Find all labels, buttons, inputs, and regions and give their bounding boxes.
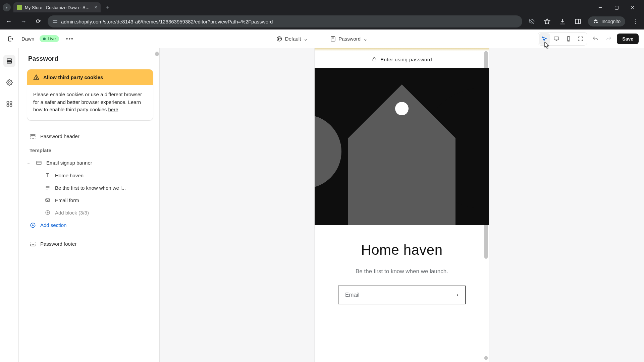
minimize-button[interactable]: ─ <box>596 3 605 12</box>
rail-settings-button[interactable] <box>3 76 15 88</box>
enter-password-bar: Enter using password <box>315 51 489 68</box>
enter-password-link[interactable]: Enter using password <box>380 57 432 62</box>
side-panel-icon[interactable] <box>573 16 583 27</box>
svg-point-8 <box>278 38 279 38</box>
tree-add-section[interactable]: Add section <box>27 219 153 232</box>
chrome-menu-icon[interactable]: ⋮ <box>630 16 641 27</box>
chevron-down-icon[interactable]: ⌄ <box>27 161 32 165</box>
preview-scrollbar-bottom[interactable] <box>484 356 488 360</box>
page-icon <box>330 36 336 42</box>
rail-apps-button[interactable] <box>3 98 15 110</box>
tree-template-heading: Template <box>27 143 153 157</box>
mobile-preview-frame[interactable]: Enter using password Home haven Be the f… <box>315 48 489 362</box>
desktop-preview-button[interactable] <box>551 33 562 45</box>
hero-title: Home haven <box>315 242 489 258</box>
url-text: admin.shopify.com/store/de8143-a6/themes… <box>61 19 273 24</box>
address-bar: ← → ⟳ admin.shopify.com/store/de8143-a6/… <box>0 13 644 29</box>
svg-rect-0 <box>53 20 55 21</box>
svg-rect-21 <box>7 62 11 63</box>
undo-button[interactable] <box>590 34 601 44</box>
chevron-down-icon: ⌄ <box>304 36 308 42</box>
tree-password-footer[interactable]: Password footer <box>27 238 153 250</box>
cookies-alert: Allow third party cookies Please enable … <box>27 69 153 121</box>
alert-here-link[interactable]: here <box>108 107 118 112</box>
tab-title: My Store · Customize Dawn · S… <box>25 5 92 10</box>
forward-button: → <box>18 16 29 27</box>
more-actions-button[interactable]: ••• <box>64 34 75 44</box>
svg-rect-5 <box>576 19 581 23</box>
svg-rect-3 <box>55 22 57 23</box>
svg-rect-20 <box>7 61 11 62</box>
hero-subtitle: Be the first to know when we launch. <box>315 268 489 275</box>
tree-email-form-block[interactable]: Email form <box>27 194 153 206</box>
tree-label: Add section <box>40 222 66 228</box>
svg-point-10 <box>278 39 279 40</box>
incognito-label: Incognito <box>601 19 621 24</box>
reload-button[interactable]: ⟳ <box>33 16 44 27</box>
svg-rect-26 <box>10 105 12 107</box>
site-settings-icon[interactable] <box>52 19 58 24</box>
close-tab-icon[interactable]: × <box>94 4 97 10</box>
right-controls: Save <box>538 32 639 46</box>
footer-section-icon <box>30 241 36 247</box>
banner-section-icon <box>36 160 42 166</box>
email-signup-form: Email → <box>338 286 466 304</box>
preview-top-sliver <box>315 48 489 51</box>
paint-icon <box>276 36 282 42</box>
alert-body: Please enable cookies or use a different… <box>27 85 153 120</box>
lock-icon <box>372 57 377 62</box>
page-dropdown[interactable]: Password ⌄ <box>326 34 372 44</box>
new-tab-button[interactable]: + <box>103 3 112 12</box>
center-controls: Default ⌄ Password ⌄ <box>272 34 372 44</box>
bookmark-star-icon[interactable] <box>542 16 552 27</box>
browser-tab[interactable]: My Store · Customize Dawn · S… × <box>13 2 101 12</box>
tree-add-block: Add block (3/3) <box>27 206 153 219</box>
save-button[interactable]: Save <box>617 34 639 44</box>
fullscreen-preview-button[interactable] <box>575 33 586 45</box>
eye-off-icon[interactable] <box>526 16 537 27</box>
alert-heading: Allow third party cookies <box>43 74 103 80</box>
style-dropdown[interactable]: Default ⌄ <box>272 34 312 44</box>
theme-name: Dawn <box>21 36 34 42</box>
editor-top-bar: Dawn Live ••• Default ⌄ Password ⌄ <box>0 29 644 48</box>
tree-label: Email form <box>55 197 79 203</box>
text-block-icon <box>44 173 51 178</box>
incognito-badge[interactable]: Incognito <box>588 16 625 26</box>
browser-action-icons: Incognito ⋮ <box>526 16 641 27</box>
exit-editor-button[interactable] <box>5 34 16 44</box>
tab-search-dropdown[interactable]: ▾ <box>3 3 11 11</box>
page-dropdown-label: Password <box>338 36 361 42</box>
tree-password-header[interactable]: Password header <box>27 130 153 143</box>
email-input[interactable]: Email <box>338 292 447 298</box>
inspector-button[interactable] <box>539 33 550 45</box>
svg-rect-2 <box>53 22 55 23</box>
rail-sections-button[interactable] <box>3 55 15 67</box>
maximize-button[interactable]: ▢ <box>612 3 621 12</box>
downloads-icon[interactable] <box>557 16 568 27</box>
close-window-button[interactable]: ✕ <box>628 3 637 12</box>
svg-rect-1 <box>55 20 57 21</box>
left-rail <box>0 48 19 362</box>
sections-sidebar[interactable]: Password Allow third party cookies Pleas… <box>19 48 160 362</box>
shopify-favicon <box>17 5 22 10</box>
svg-rect-23 <box>7 102 9 104</box>
svg-rect-19 <box>7 59 11 60</box>
tree-email-signup-banner[interactable]: ⌄ Email signup banner <box>27 157 153 169</box>
redo-button <box>603 34 614 44</box>
browser-chrome: ▾ My Store · Customize Dawn · S… × + ─ ▢… <box>0 0 644 29</box>
sidebar-scrollbar[interactable] <box>155 52 159 56</box>
svg-marker-4 <box>544 19 550 24</box>
url-bar[interactable]: admin.shopify.com/store/de8143-a6/themes… <box>48 15 522 27</box>
warning-icon <box>33 74 39 80</box>
svg-rect-30 <box>31 136 35 138</box>
tree-home-haven-block[interactable]: Home haven <box>27 169 153 182</box>
live-label: Live <box>48 36 56 41</box>
mobile-preview-button[interactable] <box>563 33 574 45</box>
tree-be-first-block[interactable]: Be the first to know when we l... <box>27 182 153 194</box>
email-submit-button[interactable]: → <box>447 286 465 304</box>
alert-body-text: Please enable cookies or use a different… <box>33 92 142 112</box>
tree-label: Add block (3/3) <box>55 210 89 216</box>
tree-label: Home haven <box>55 173 84 178</box>
back-button[interactable]: ← <box>3 16 14 27</box>
window-controls: ─ ▢ ✕ <box>596 3 641 12</box>
